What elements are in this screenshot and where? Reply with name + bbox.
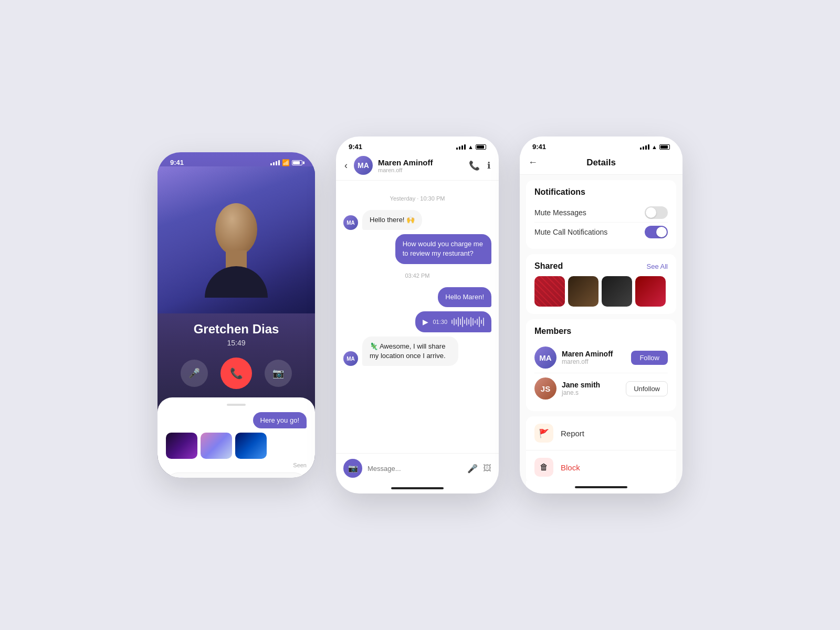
member-name-1: Maren Aminoff [562, 350, 626, 358]
home-indicator-chat [336, 483, 499, 494]
details-body: Notifications Mute Messages Mute Call No… [520, 175, 682, 481]
members-section: Members MA Maren Aminoff maren.off Follo… [526, 319, 676, 411]
report-icon: 🚩 [534, 424, 553, 443]
signal-icon [270, 160, 280, 165]
home-bar-chat [391, 487, 444, 489]
message-row-4: MA 🦎 Awesome, I will share my location o… [343, 337, 491, 366]
mute-calls-label: Mute Call Notifications [534, 228, 607, 236]
caller-info: Gretchen Dias 15:49 [158, 313, 315, 353]
chat-header: ‹ MA Maren Aminoff maren.off 📞 ℹ [336, 151, 499, 181]
member-info-2: Jane smith jane.s [562, 381, 621, 396]
chat-image-1[interactable] [166, 433, 197, 459]
home-indicator-details [526, 481, 676, 494]
camera-button[interactable]: 📷 [265, 360, 292, 387]
shared-image-2[interactable] [568, 276, 598, 307]
end-call-button[interactable]: 📞 [220, 358, 252, 389]
details-header: ← Details [520, 151, 682, 175]
mute-messages-toggle[interactable] [645, 206, 668, 219]
shared-header: Shared See All [534, 261, 668, 271]
message-row-2: How would you charge me to review my res… [343, 234, 491, 264]
play-icon[interactable]: ▶ [423, 318, 428, 326]
member-row-1: MA Maren Aminoff maren.off Follow [534, 342, 668, 373]
member-handle-2: jane.s [562, 389, 621, 396]
contact-name: Maren Aminoff [378, 158, 464, 167]
notifications-section: Notifications Mute Messages Mute Call No… [526, 180, 676, 249]
chat-handle [227, 404, 246, 406]
member-avatar-1: MA [534, 346, 556, 369]
block-icon: 🗑 [534, 458, 553, 477]
caller-name: Gretchen Dias [158, 322, 315, 337]
header-icons: 📞 ℹ [469, 160, 490, 171]
shared-image-1[interactable] [534, 276, 565, 307]
mute-button[interactable]: 🎤 [181, 360, 208, 387]
phone-call-screen: 9:41 📶 ← Gretchen Dias 15:49 [158, 152, 315, 478]
voice-duration: 01:30 [433, 319, 447, 325]
status-icons-call: 📶 [270, 159, 302, 166]
details-title: Details [586, 158, 616, 168]
mute-messages-label: Mute Messages [534, 208, 586, 217]
voice-message-bubble[interactable]: ▶ 01:30 [415, 311, 491, 332]
message-input[interactable] [368, 465, 462, 472]
shared-image-3[interactable] [602, 276, 632, 307]
waveform [452, 317, 484, 327]
chat-images [166, 433, 307, 459]
status-time-details: 9:41 [532, 143, 546, 151]
chat-panel: Here you go! Seen 📷 Message... 🎤 🖼 [158, 397, 315, 478]
message-bubble-1: Hello there! 🙌 [362, 210, 422, 230]
camera-icon-msg[interactable]: 📷 [174, 477, 188, 478]
time-label-1: Yesterday · 10:30 PM [343, 195, 491, 202]
see-all-button[interactable]: See All [647, 262, 668, 270]
chat-image-2[interactable] [201, 433, 232, 459]
member-row-2: JS Jane smith jane.s Unfollow [534, 373, 668, 404]
wifi-icon-chat: ▲ [468, 144, 474, 150]
image-icon-chat[interactable]: 🖼 [483, 464, 491, 473]
shared-images [534, 276, 668, 307]
status-bar-details: 9:41 ▲ [520, 136, 682, 151]
block-label: Block [561, 463, 580, 472]
back-button-details[interactable]: ← [528, 157, 538, 168]
status-bar-call: 9:41 📶 [158, 152, 315, 166]
report-row[interactable]: 🚩 Report [526, 416, 676, 450]
mute-calls-toggle[interactable] [645, 226, 668, 238]
signal-icon-chat [456, 144, 466, 150]
follow-button[interactable]: Follow [631, 351, 668, 365]
info-icon-btn[interactable]: ℹ [487, 160, 490, 171]
wifi-icon: 📶 [282, 159, 290, 166]
notifications-title: Notifications [534, 187, 668, 197]
report-label: Report [561, 429, 584, 438]
message-bubble-4: 🦎 Awesome, I will share my location once… [362, 337, 458, 366]
block-row[interactable]: 🗑 Block [526, 450, 676, 481]
shared-image-4[interactable] [635, 276, 666, 307]
sender-avatar-2: MA [343, 351, 358, 366]
message-bubble-2: How would you charge me to review my res… [395, 234, 491, 264]
call-icon-btn[interactable]: 📞 [469, 160, 480, 171]
mic-icon-chat[interactable]: 🎤 [467, 464, 478, 474]
shared-title: Shared [534, 261, 563, 271]
signal-icon-details [640, 144, 649, 150]
caller-photo [158, 166, 315, 313]
message-row-3: Hello Maren! [343, 287, 491, 307]
unfollow-button[interactable]: Unfollow [626, 381, 668, 396]
back-button-chat[interactable]: ‹ [344, 160, 348, 171]
battery-icon [292, 160, 302, 165]
mute-messages-row: Mute Messages [534, 203, 668, 223]
chat-bubble-right: Here you go! [253, 412, 307, 428]
chat-image-3[interactable] [235, 433, 267, 459]
phone-chat-screen: 9:41 ▲ ‹ MA Maren Aminoff maren.off 📞 ℹ [336, 136, 499, 494]
message-row-1: MA Hello there! 🙌 [343, 210, 491, 230]
messages-area: Yesterday · 10:30 PM MA Hello there! 🙌 H… [336, 181, 499, 453]
status-icons-details: ▲ [640, 144, 670, 150]
battery-icon-chat [476, 144, 486, 150]
member-info-1: Maren Aminoff maren.off [562, 350, 626, 365]
message-input-bar[interactable]: 📷 Message... 🎤 🖼 [166, 472, 307, 478]
camera-icon-chat[interactable]: 📷 [343, 459, 362, 478]
members-title: Members [534, 327, 668, 336]
contact-info: Maren Aminoff maren.off [378, 158, 464, 173]
contact-handle: maren.off [378, 167, 464, 173]
message-bubble-3: Hello Maren! [438, 287, 491, 307]
member-handle-1: maren.off [562, 358, 626, 365]
time-label-2: 03:42 PM [343, 272, 491, 279]
phone-details-screen: 9:41 ▲ ← Details Notifications Mute Mess… [520, 136, 682, 494]
status-time-call: 9:41 [170, 159, 184, 166]
member-avatar-2: JS [534, 377, 556, 400]
